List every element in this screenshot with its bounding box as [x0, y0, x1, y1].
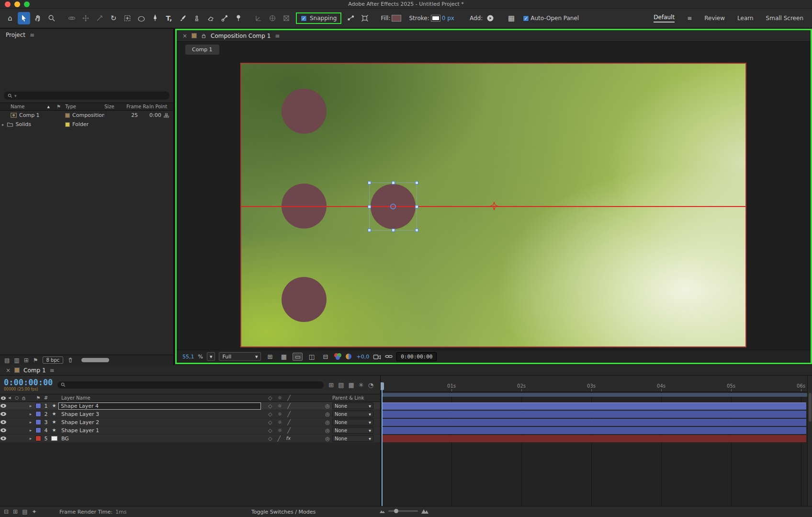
parent-dropdown[interactable]: None▾ — [332, 435, 373, 442]
new-folder-icon[interactable]: ▥ — [14, 357, 19, 364]
eraser-tool-button[interactable] — [204, 12, 217, 24]
exposure-value[interactable]: +0,0 — [356, 354, 369, 360]
layer-name[interactable]: BG — [58, 436, 265, 442]
column-in-point[interactable]: In Point — [149, 104, 174, 109]
home-icon[interactable]: ⌂ — [4, 12, 16, 24]
layer-bar-3[interactable] — [382, 419, 806, 426]
lock-column-icon[interactable] — [22, 396, 26, 401]
fill-swatch[interactable] — [392, 15, 401, 22]
cache-icon[interactable]: ⊞ — [13, 508, 18, 515]
zoom-value[interactable]: 55,1 — [182, 354, 194, 360]
current-timecode[interactable]: 0:00:00:00 — [4, 379, 53, 387]
collapse-switch-icon[interactable]: ☼ — [277, 427, 282, 434]
project-search-input[interactable]: ▾ — [4, 92, 169, 100]
show-snapshot-icon[interactable] — [385, 354, 393, 359]
selection-handle[interactable] — [415, 181, 418, 184]
project-row-solids[interactable]: ▸ Solids Folder — [0, 120, 173, 129]
brush-tool-button[interactable] — [177, 12, 189, 24]
layer-visibility-eye-icon[interactable] — [0, 437, 6, 440]
parent-dropdown[interactable]: None▾ — [332, 419, 373, 425]
pickwhip-icon[interactable]: ◎ — [323, 403, 332, 409]
collapse-switch-icon[interactable]: ☼ — [277, 419, 282, 425]
zoom-in-mountain-icon[interactable] — [421, 508, 429, 514]
quality-switch-icon[interactable]: ╱ — [287, 403, 291, 409]
tab-menu-icon[interactable]: ≡ — [50, 367, 55, 374]
playhead-handle[interactable] — [381, 382, 384, 390]
layer-bar-1[interactable] — [382, 402, 806, 410]
safe-zones-icon[interactable]: ⊞ — [265, 353, 275, 360]
snapshot-camera-icon[interactable] — [373, 354, 381, 360]
rotation-tool-button[interactable]: ↻ — [107, 12, 120, 24]
render-queue-icon[interactable]: ⊟ — [4, 508, 9, 515]
quality-switch-icon[interactable]: ╱ — [287, 427, 291, 434]
layer-name-edit-field[interactable]: Shape Layer 4 — [58, 402, 261, 410]
zoom-dropdown[interactable]: ▾ — [207, 352, 215, 361]
twirl-icon[interactable]: ▸ — [27, 420, 34, 425]
twirl-icon[interactable]: ▸ — [27, 437, 34, 441]
selection-handle[interactable] — [368, 181, 371, 184]
collapse-switch-icon[interactable]: ☼ — [277, 411, 282, 417]
resolution-dropdown[interactable]: Full ▾ — [219, 352, 261, 361]
timeline-search-input[interactable] — [57, 381, 324, 389]
shy-column-icon[interactable]: ◇ — [268, 395, 272, 401]
comp-mini-flowchart-icon[interactable]: ⊞ — [328, 381, 334, 389]
exposure-reset-icon[interactable] — [346, 353, 352, 360]
dolly-camera-tool-button[interactable] — [93, 12, 106, 24]
label-column-flag-icon[interactable]: ⚑ — [34, 396, 42, 401]
audio-column-speaker-icon[interactable] — [8, 396, 12, 400]
twirl-icon[interactable]: ▸ — [2, 122, 4, 127]
composition-canvas[interactable] — [240, 63, 746, 347]
composition-tab-label[interactable]: Composition Comp 1 — [211, 33, 271, 39]
pickwhip-icon[interactable]: ◎ — [323, 436, 332, 441]
pickwhip-icon[interactable]: ◎ — [323, 428, 332, 433]
pan-camera-tool-button[interactable] — [79, 12, 92, 24]
workspace-menu-icon[interactable]: ≡ — [687, 15, 692, 22]
column-type[interactable]: Type — [65, 104, 104, 109]
shy-switch-icon[interactable]: ◇ — [268, 403, 272, 409]
workspace-default[interactable]: Default — [654, 14, 675, 23]
type-color-swatch[interactable] — [65, 122, 70, 127]
project-panel-menu-icon[interactable]: ≡ — [30, 32, 34, 38]
new-composition-icon[interactable]: ⊞ — [24, 357, 29, 364]
quality-switch-icon[interactable]: ╱ — [287, 411, 291, 417]
layer-visibility-eye-icon[interactable] — [0, 428, 6, 432]
tab-menu-icon[interactable]: ≡ — [275, 33, 280, 39]
type-tool-button[interactable]: T, — [163, 12, 175, 24]
snap-along-edges-button[interactable] — [345, 12, 357, 24]
video-column-eye-icon[interactable] — [1, 396, 6, 400]
label-icon[interactable]: ⚑ — [33, 357, 38, 364]
collapse-column-icon[interactable]: ☼ — [277, 395, 282, 401]
graph-editor-icon[interactable]: ◔ — [368, 381, 373, 389]
parent-dropdown[interactable]: None▾ — [332, 427, 373, 434]
layer-row-4[interactable]: ▸ 4 ★ Shape Layer 1 ◇ ☼ ╱ ◎ None▾ — [0, 426, 380, 435]
selection-handle[interactable] — [392, 181, 395, 184]
orbit-camera-tool-button[interactable] — [66, 12, 78, 24]
label-color-swatch[interactable] — [35, 403, 41, 409]
layer-name[interactable]: Shape Layer 1 — [58, 427, 265, 434]
shy-switch-icon[interactable]: ◇ — [268, 411, 272, 417]
axis-mode-world-button[interactable] — [266, 12, 279, 24]
twirl-icon[interactable]: ▸ — [27, 412, 34, 416]
stroke-swatch[interactable] — [431, 15, 440, 22]
shy-switch-icon[interactable]: ◇ — [268, 436, 272, 442]
layer-row-1[interactable]: ▸ 1 ★ Shape Layer 4 ◇ ☼ ╱ ◎ None▾ — [0, 402, 380, 410]
zoom-out-mountain-icon[interactable] — [380, 509, 385, 513]
pan-behind-tool-button[interactable] — [121, 12, 134, 24]
work-area-bar[interactable] — [382, 393, 807, 397]
shape-tool-button[interactable]: ○ — [135, 12, 147, 24]
disk-icon[interactable]: ▤ — [22, 508, 27, 515]
layer-visibility-eye-icon[interactable] — [0, 412, 6, 416]
puppet-pin-tool-button[interactable] — [232, 12, 245, 24]
layer-visibility-eye-icon[interactable] — [0, 404, 6, 408]
roto-brush-tool-button[interactable] — [218, 12, 231, 24]
timeline-vertical-scrollbar[interactable] — [807, 376, 812, 506]
pixel-aspect-icon[interactable]: ⊟ — [320, 353, 330, 360]
parent-dropdown[interactable]: None▾ — [332, 411, 373, 417]
layer-anchor-point[interactable] — [390, 204, 396, 209]
project-row-comp1[interactable]: Comp 1 Composition 25 0:00 — [0, 111, 173, 120]
column-size[interactable]: Size — [104, 104, 126, 109]
pickwhip-icon[interactable]: ◎ — [323, 420, 332, 425]
time-ruler[interactable]: 01s 02s 03s 04s 05s 06s — [381, 376, 807, 392]
trash-icon[interactable] — [68, 357, 73, 363]
gpu-icon[interactable]: ✦ — [32, 508, 36, 515]
